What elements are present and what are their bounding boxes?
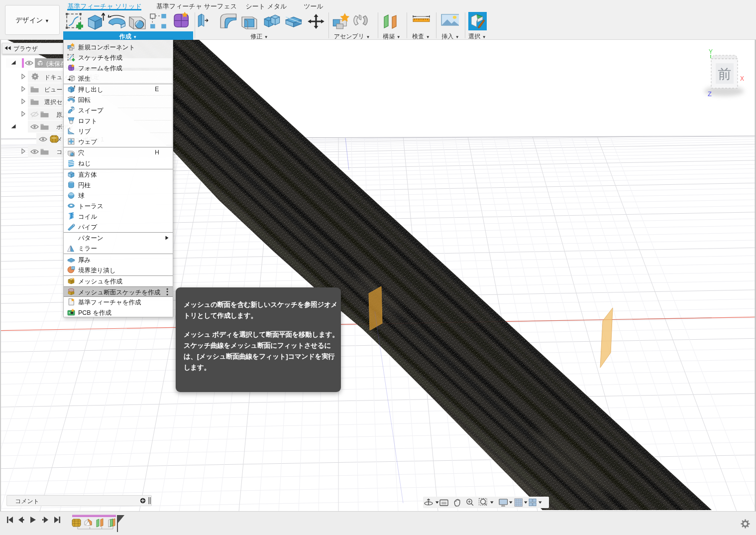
svg-text:前: 前 <box>718 67 732 82</box>
svg-text:X: X <box>740 75 744 82</box>
svg-text:Z: Z <box>708 90 712 98</box>
svg-text:Y: Y <box>709 48 713 55</box>
